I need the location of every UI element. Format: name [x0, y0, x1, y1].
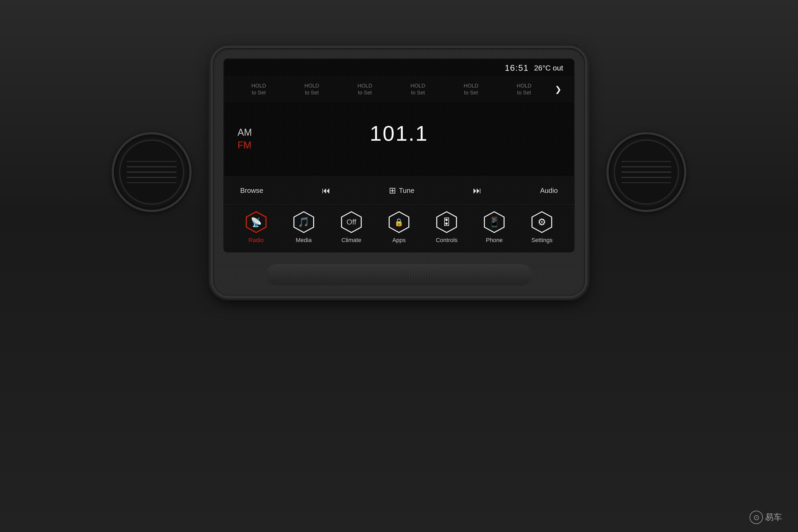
app-phone-hex: 📱 [483, 211, 506, 233]
radio-band-info: AM FM [238, 127, 370, 151]
control-bar: Browse ⏮ ⊞ Tune ⏭ Audio [224, 176, 574, 205]
watermark: ⊙ 易车 [749, 511, 782, 524]
tune-grid-icon: ⊞ [389, 185, 396, 195]
app-media-label: Media [296, 237, 312, 244]
watermark-logo: ⊙ [749, 511, 763, 524]
audio-label: Audio [540, 187, 558, 195]
preset-2[interactable]: HOLD to Set [285, 80, 339, 98]
infotainment-bezel: 16:51 26°C out HOLD to Set HOLD to Set H… [213, 48, 585, 296]
settings-icon: ⚙ [537, 216, 546, 228]
vent-left [112, 132, 191, 212]
phone-icon: 📱 [488, 216, 500, 228]
prev-icon: ⏮ [322, 186, 330, 195]
preset-6-line2: to Set [500, 89, 548, 96]
browse-button[interactable]: Browse [235, 184, 269, 197]
app-climate[interactable]: Off Climate [339, 210, 363, 244]
bottom-handle [266, 264, 532, 285]
preset-5-line1: HOLD [447, 82, 495, 89]
preset-4[interactable]: HOLD to Set [392, 80, 445, 98]
app-media-icon-wrap: 🎵 [292, 210, 316, 234]
app-phone-icon-wrap: 📱 [482, 210, 506, 234]
center-console: 16:51 26°C out HOLD to Set HOLD to Set H… [186, 48, 612, 296]
preset-3[interactable]: HOLD to Set [338, 80, 392, 98]
clock-display: 16:51 [505, 63, 529, 73]
app-phone[interactable]: 📱 Phone [482, 210, 506, 244]
watermark-text: 易车 [765, 512, 782, 523]
app-radio[interactable]: 📡 Radio [244, 210, 268, 244]
media-icon: 🎵 [298, 216, 310, 228]
app-climate-hex: Off [340, 211, 363, 233]
status-bar: 16:51 26°C out [224, 59, 574, 77]
audio-button[interactable]: Audio [535, 184, 564, 197]
preset-1-line1: HOLD [235, 82, 283, 89]
app-media[interactable]: 🎵 Media [292, 210, 316, 244]
preset-4-line2: to Set [394, 89, 442, 96]
app-row: 📡 Radio 🎵 Media [224, 205, 574, 252]
app-controls[interactable]: 🎛 Controls [435, 210, 459, 244]
apps-icon: 🔒 [394, 218, 403, 227]
app-radio-label: Radio [248, 237, 264, 244]
controls-icon: 🎛 [442, 216, 451, 228]
app-apps-icon-wrap: 🔒 [387, 210, 411, 234]
preset-1[interactable]: HOLD to Set [232, 80, 285, 98]
preset-6-line1: HOLD [500, 82, 548, 89]
radio-content: AM FM 101.1 [238, 127, 560, 151]
infotainment-screen: 16:51 26°C out HOLD to Set HOLD to Set H… [224, 58, 574, 252]
next-icon: ⏭ [473, 186, 481, 195]
preset-5[interactable]: HOLD to Set [444, 80, 498, 98]
tune-button[interactable]: ⊞ Tune [384, 183, 419, 198]
vent-right [607, 132, 686, 212]
preset-1-line2: to Set [235, 89, 283, 96]
browse-label: Browse [240, 187, 263, 195]
preset-6[interactable]: HOLD to Set [498, 80, 551, 98]
radio-main-area: AM FM 101.1 [224, 101, 574, 176]
app-settings-hex: ⚙ [530, 211, 553, 233]
preset-next-arrow[interactable]: ❯ [551, 82, 566, 96]
watermark-logo-icon: ⊙ [753, 513, 759, 522]
temperature-display: 26°C out [534, 64, 563, 72]
app-climate-icon-wrap: Off [339, 210, 363, 234]
app-controls-hex: 🎛 [435, 211, 458, 233]
preset-bar: HOLD to Set HOLD to Set HOLD to Set HOLD… [224, 77, 574, 101]
app-media-hex: 🎵 [292, 211, 315, 233]
app-controls-label: Controls [436, 237, 457, 244]
preset-5-line2: to Set [447, 89, 495, 96]
prev-button[interactable]: ⏮ [317, 183, 336, 198]
preset-2-line2: to Set [288, 89, 336, 96]
app-apps[interactable]: 🔒 Apps [387, 210, 411, 244]
preset-2-line1: HOLD [288, 82, 336, 89]
tune-label: Tune [399, 187, 414, 195]
app-radio-icon-wrap: 📡 [244, 210, 268, 234]
app-climate-label: Climate [342, 237, 361, 244]
vent-left-inner [119, 140, 184, 205]
app-phone-label: Phone [486, 237, 503, 244]
radio-icon: 📡 [251, 217, 262, 227]
preset-3-line2: to Set [341, 89, 389, 96]
app-apps-hex: 🔒 [387, 211, 411, 233]
app-settings[interactable]: ⚙ Settings [530, 210, 554, 244]
am-band-label[interactable]: AM [238, 127, 370, 138]
climate-off-icon: Off [346, 218, 356, 226]
next-button[interactable]: ⏭ [468, 183, 487, 198]
app-settings-label: Settings [531, 237, 553, 244]
vent-right-inner [614, 140, 679, 205]
app-radio-hex: 📡 [245, 211, 268, 233]
app-apps-label: Apps [392, 237, 406, 244]
preset-4-line1: HOLD [394, 82, 442, 89]
fm-band-label[interactable]: FM [238, 140, 370, 151]
preset-3-line1: HOLD [341, 82, 389, 89]
frequency-display: 101.1 [370, 121, 428, 146]
app-settings-icon-wrap: ⚙ [530, 210, 554, 234]
app-controls-icon-wrap: 🎛 [435, 210, 459, 234]
